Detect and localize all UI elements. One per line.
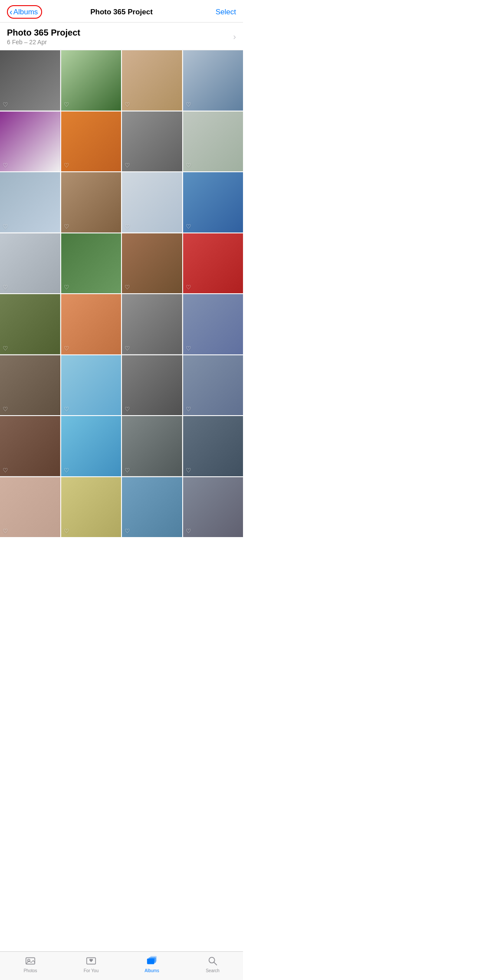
heart-icon: ♡ <box>3 467 8 474</box>
heart-icon: ♡ <box>3 284 8 291</box>
photo-cell-5[interactable]: ♡ <box>0 111 60 172</box>
photo-cell-27[interactable]: ♡ <box>122 416 182 476</box>
photo-image <box>61 233 122 294</box>
photo-image <box>183 172 243 233</box>
heart-icon: ♡ <box>186 162 191 169</box>
photo-cell-19[interactable]: ♡ <box>122 294 182 354</box>
photo-cell-23[interactable]: ♡ <box>122 355 182 416</box>
photo-image <box>183 111 243 172</box>
photo-image <box>122 294 182 354</box>
photo-cell-26[interactable]: ♡ <box>61 416 122 476</box>
photo-cell-31[interactable]: ♡ <box>122 477 182 538</box>
chevron-left-icon: ‹ <box>10 7 13 17</box>
photo-cell-7[interactable]: ♡ <box>122 111 182 172</box>
photo-cell-28[interactable]: ♡ <box>183 416 243 476</box>
photo-image <box>122 355 182 416</box>
heart-icon: ♡ <box>125 406 130 413</box>
photo-image <box>122 111 182 172</box>
photo-image <box>183 233 243 294</box>
heart-icon: ♡ <box>3 101 8 108</box>
heart-icon: ♡ <box>125 223 130 230</box>
album-title: Photo 365 Project <box>7 28 80 38</box>
back-label: Albums <box>13 8 38 16</box>
photo-cell-30[interactable]: ♡ <box>61 477 122 538</box>
photo-cell-11[interactable]: ♡ <box>122 172 182 233</box>
photo-image <box>0 50 60 111</box>
heart-icon: ♡ <box>64 467 69 474</box>
photo-image <box>0 477 60 538</box>
photo-cell-8[interactable]: ♡ <box>183 111 243 172</box>
photo-cell-18[interactable]: ♡ <box>61 294 122 354</box>
photo-cell-13[interactable]: ♡ <box>0 233 60 294</box>
photo-cell-22[interactable]: ♡ <box>61 355 122 416</box>
heart-icon: ♡ <box>3 345 8 352</box>
photo-image <box>61 50 122 111</box>
header: ‹ Albums Photo 365 Project Select <box>0 0 243 23</box>
photo-image <box>0 172 60 233</box>
heart-icon: ♡ <box>3 406 8 413</box>
heart-icon: ♡ <box>3 528 8 534</box>
chevron-right-icon: › <box>233 32 236 42</box>
photo-cell-21[interactable]: ♡ <box>0 355 60 416</box>
album-date-range: 6 Feb – 22 Apr <box>7 39 80 46</box>
heart-icon: ♡ <box>125 162 130 169</box>
heart-icon: ♡ <box>186 528 191 534</box>
photo-image <box>122 477 182 538</box>
photo-image <box>0 111 60 172</box>
photo-cell-16[interactable]: ♡ <box>183 233 243 294</box>
photo-grid: ♡♡♡♡♡♡♡♡♡♡♡♡♡♡♡♡♡♡♡♡♡♡♡♡♡♡♡♡♡♡♡♡ <box>0 50 243 537</box>
heart-icon: ♡ <box>64 345 69 352</box>
photo-image <box>183 355 243 416</box>
photo-image <box>183 50 243 111</box>
photo-image <box>0 294 60 354</box>
photo-image <box>183 477 243 538</box>
photo-cell-9[interactable]: ♡ <box>0 172 60 233</box>
photo-cell-10[interactable]: ♡ <box>61 172 122 233</box>
photo-cell-6[interactable]: ♡ <box>61 111 122 172</box>
photo-cell-24[interactable]: ♡ <box>183 355 243 416</box>
photo-image <box>183 294 243 354</box>
photo-image <box>183 416 243 476</box>
photo-cell-3[interactable]: ♡ <box>122 50 182 111</box>
heart-icon: ♡ <box>125 467 130 474</box>
photo-cell-12[interactable]: ♡ <box>183 172 243 233</box>
photo-cell-25[interactable]: ♡ <box>0 416 60 476</box>
header-title: Photo 365 Project <box>90 8 153 16</box>
photo-cell-15[interactable]: ♡ <box>122 233 182 294</box>
heart-icon: ♡ <box>186 406 191 413</box>
photo-cell-17[interactable]: ♡ <box>0 294 60 354</box>
back-button[interactable]: ‹ Albums <box>7 5 42 19</box>
photo-cell-2[interactable]: ♡ <box>61 50 122 111</box>
photo-image <box>61 294 122 354</box>
heart-icon: ♡ <box>64 406 69 413</box>
photo-image <box>0 416 60 476</box>
photo-image <box>0 355 60 416</box>
heart-icon: ♡ <box>3 162 8 169</box>
photo-cell-14[interactable]: ♡ <box>61 233 122 294</box>
photo-image <box>122 233 182 294</box>
heart-icon: ♡ <box>186 284 191 291</box>
heart-icon: ♡ <box>186 345 191 352</box>
photo-image <box>61 111 122 172</box>
heart-icon: ♡ <box>125 528 130 534</box>
photo-cell-32[interactable]: ♡ <box>183 477 243 538</box>
heart-icon: ♡ <box>186 101 191 108</box>
photo-image <box>0 233 60 294</box>
heart-icon: ♡ <box>186 467 191 474</box>
photo-image <box>61 172 122 233</box>
heart-icon: ♡ <box>186 223 191 230</box>
photo-image <box>122 50 182 111</box>
photo-image <box>122 172 182 233</box>
heart-icon: ♡ <box>64 528 69 534</box>
heart-icon: ♡ <box>125 101 130 108</box>
photo-cell-29[interactable]: ♡ <box>0 477 60 538</box>
photo-cell-1[interactable]: ♡ <box>0 50 60 111</box>
heart-icon: ♡ <box>64 223 69 230</box>
heart-icon: ♡ <box>64 101 69 108</box>
select-button[interactable]: Select <box>216 8 236 16</box>
photo-cell-20[interactable]: ♡ <box>183 294 243 354</box>
photo-image <box>61 355 122 416</box>
photo-image <box>61 416 122 476</box>
photo-cell-4[interactable]: ♡ <box>183 50 243 111</box>
album-info[interactable]: Photo 365 Project 6 Feb – 22 Apr › <box>0 23 243 50</box>
